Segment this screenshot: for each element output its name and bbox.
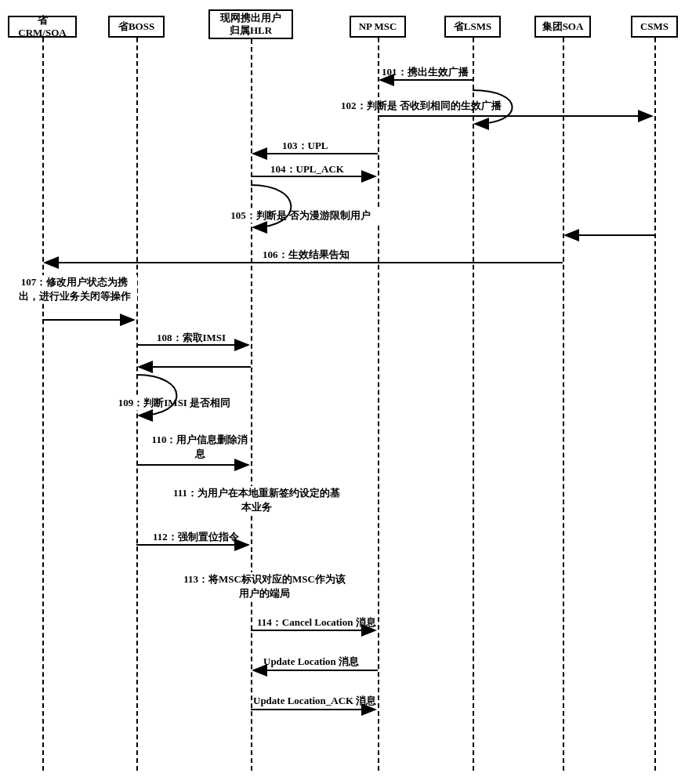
msg-107: 107：修改用户状态为携出，进行业务关闭等操作 [12,275,137,303]
msg-108: 108：索取IMSI [157,332,226,345]
msg-106: 106：生效结果告知 [263,249,350,262]
lifeline-lsms [473,38,474,771]
participant-lsms: 省LSMS [444,16,501,38]
lifeline-hlr [251,39,252,771]
msg-113: 113：将MSC标识对应的MSC作为该 用户的端局 [180,572,349,601]
participant-boss: 省BOSS [108,16,165,38]
lifeline-csms [654,38,656,771]
lifeline-group-soa [563,38,564,771]
msg-105: 105：判断是 否为漫游限制用户 [216,209,385,223]
msg-update-location: Update Location 消息 [263,655,359,669]
msg-103: 103：UPL [282,140,328,153]
msg-101: 101：携出生效广播 [382,66,469,79]
msg-update-location-ack: Update Location_ACK 消息 [253,695,376,708]
participant-csms: CSMS [631,16,678,38]
msg-112: 112：强制置位指令 [153,531,239,544]
msg-109: 109：判断IMSI 是否相同 [106,396,243,410]
participant-group-soa: 集团SOA [534,16,591,38]
msg-114: 114：Cancel Location 消息 [257,616,376,630]
participant-npmsc: NP MSC [350,16,406,38]
participant-hlr: 现网携出用户 归属HLR [208,9,293,39]
msg-110: 110：用户信息删除消息 [149,433,251,461]
sequence-diagram: 省CRM/SOA 省BOSS 现网携出用户 归属HLR NP MSC 省LSMS… [8,8,684,776]
lifeline-npmsc [378,38,379,771]
msg-102: 102：判断是 否收到相同的生效广播 [341,100,502,113]
lifeline-crm-soa [42,38,44,771]
msg-104: 104：UPL_ACK [270,163,344,176]
msg-111: 111：为用户在本地重新签约设定的基本业务 [168,486,345,514]
participant-crm-soa: 省CRM/SOA [8,16,77,38]
